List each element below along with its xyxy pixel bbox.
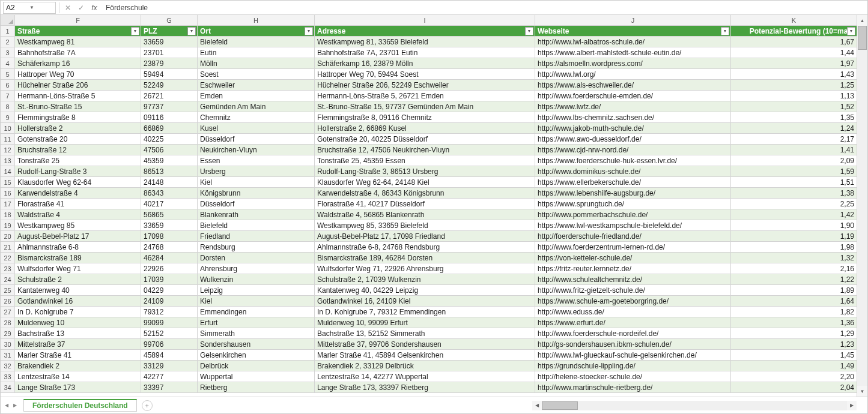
cell-bewertung[interactable]: 2,16 [731,263,857,274]
cell-adresse[interactable]: Hollerstraße 2, 66869 Kusel [315,123,535,134]
cell-bewertung[interactable]: 1,90 [731,220,857,231]
cell-bewertung[interactable]: 1,25 [731,80,857,91]
cell-bewertung[interactable]: 1,23 [731,339,857,350]
cell-strasse[interactable]: Lentzestraße 14 [15,371,141,382]
cell-bewertung[interactable]: 1,19 [731,231,857,242]
cell-strasse[interactable]: Brakendiek 2 [15,361,141,371]
filter-dropdown-icon[interactable]: ▼ [131,27,139,35]
row-header[interactable]: 24 [1,274,15,285]
cell-strasse[interactable]: In D. Kohlgrube 7 [15,307,141,317]
row-header[interactable]: 9 [1,112,15,123]
row-header[interactable]: 18 [1,209,15,220]
cell-adresse[interactable]: In D. Kohlgrube 7, 79312 Emmendingen [315,307,535,317]
cell-strasse[interactable]: Marler Straße 41 [15,350,141,361]
row-header[interactable]: 5 [1,69,15,80]
cell-webseite[interactable]: https://www.albert-mahlstedt-schule-euti… [535,47,731,58]
row-header[interactable]: 19 [1,220,15,231]
cell-webseite[interactable]: http://www.pommerbachschule.de/ [535,209,731,220]
cell-bewertung[interactable]: 1,32 [731,253,857,263]
cell-adresse[interactable]: Flemmingstraße 8, 09116 Chemnitz [315,112,535,123]
select-all-corner[interactable] [1,15,15,26]
row-header[interactable]: 11 [1,134,15,145]
row-header[interactable]: 23 [1,263,15,274]
cell-adresse[interactable]: Karwendelstraße 4, 86343 Königsbrunn [315,188,535,199]
cell-plz[interactable]: 22926 [141,263,198,274]
cell-bewertung[interactable]: 1,43 [731,69,857,80]
cell-bewertung[interactable]: 1,67 [731,37,857,47]
cell-plz[interactable]: 17098 [141,231,198,242]
table-header-bewertung[interactable]: Potenzial-Bewertung (10=max)▼ [731,26,857,37]
row-header[interactable]: 8 [1,101,15,112]
cell-strasse[interactable]: Bahnhofstraße 7A [15,47,141,58]
cell-bewertung[interactable]: 2,09 [731,155,857,166]
cell-ort[interactable]: Dorsten [198,253,315,263]
cell-adresse[interactable]: Gotlandwinkel 16, 24109 Kiel [315,296,535,307]
cell-bewertung[interactable]: 2,17 [731,134,857,145]
cell-plz[interactable]: 26721 [141,91,198,101]
row-header[interactable]: 29 [1,328,15,339]
cell-plz[interactable]: 99099 [141,317,198,328]
row-header[interactable]: 34 [1,382,15,393]
cell-webseite[interactable]: https://www.awo-duesseldorf.de/ [535,134,731,145]
sheet-tab[interactable]: Förderschulen Deutschland [23,399,137,412]
cell-ort[interactable]: Emmendingen [198,307,315,317]
row-header[interactable]: 31 [1,350,15,361]
cell-ort[interactable]: Simmerath [198,328,315,339]
cell-strasse[interactable]: Flemmingstraße 8 [15,112,141,123]
cell-plz[interactable]: 40217 [141,199,198,209]
cell-ort[interactable]: Friedland [198,231,315,242]
row-header[interactable]: 4 [1,58,15,69]
scroll-right-icon[interactable]: ▶ [847,401,857,410]
cell-plz[interactable]: 86343 [141,188,198,199]
cell-strasse[interactable]: Lange Straße 173 [15,382,141,393]
cell-adresse[interactable]: Florastraße 41, 40217 Düsseldorf [315,199,535,209]
cell-plz[interactable]: 33659 [141,220,198,231]
cell-strasse[interactable]: Hollerstraße 2 [15,123,141,134]
cell-webseite[interactable]: https://www.lwfz.de/ [535,101,731,112]
cell-ort[interactable]: Eutin [198,47,315,58]
cell-plz[interactable]: 45894 [141,350,198,361]
cell-bewertung[interactable]: 2,04 [731,382,857,393]
cell-bewertung[interactable]: 1,89 [731,285,857,296]
row-header[interactable]: 30 [1,339,15,350]
cell-bewertung[interactable]: 1,24 [731,123,857,134]
cell-webseite[interactable]: http://www.schulealtchemnitz.de/ [535,274,731,285]
cell-ort[interactable]: Ursberg [198,166,315,177]
scroll-left-icon[interactable]: ◀ [532,401,542,410]
cell-webseite[interactable]: http://www.dominikus-schule.de/ [535,166,731,177]
cell-strasse[interactable]: August-Bebel-Platz 17 [15,231,141,242]
scroll-down-icon[interactable]: ▼ [857,386,867,397]
cell-adresse[interactable]: Brakendiek 2, 33129 Delbrück [315,361,535,371]
fx-icon[interactable]: fx [88,2,101,14]
cell-strasse[interactable]: Hüchelner Straße 206 [15,80,141,91]
row-header[interactable]: 12 [1,145,15,155]
tab-nav-prev-icon[interactable]: ◀ [3,401,10,410]
cell-strasse[interactable]: Muldenweg 10 [15,317,141,328]
filter-dropdown-icon[interactable]: ▼ [187,27,196,35]
cell-webseite[interactable]: http://gs-sondershausen.ibkm-schulen.de/ [535,339,731,350]
cell-strasse[interactable]: Gotlandwinkel 16 [15,296,141,307]
cell-ort[interactable]: Düsseldorf [198,199,315,209]
cell-bewertung[interactable]: 2,25 [731,199,857,209]
cell-webseite[interactable]: https://www.erfurt.de/ [535,317,731,328]
cell-adresse[interactable]: Muldenweg 10, 99099 Erfurt [315,317,535,328]
cell-bewertung[interactable]: 1,49 [731,361,857,371]
cell-adresse[interactable]: Mittelstraße 37, 99706 Sondershausen [315,339,535,350]
cell-ort[interactable]: Neukirchen-Vluyn [198,145,315,155]
cell-ort[interactable]: Eschweiler [198,80,315,91]
cell-webseite[interactable]: http://www.martinschule-rietberg.de/ [535,382,731,393]
cell-strasse[interactable]: Gotenstraße 20 [15,134,141,145]
cell-ort[interactable]: Kiel [198,177,315,188]
cell-webseite[interactable]: http://foerderschule-friedland.de/ [535,231,731,242]
row-header[interactable]: 27 [1,307,15,317]
row-header[interactable]: 3 [1,47,15,58]
cell-strasse[interactable]: Rudolf-Lang-Straße 3 [15,166,141,177]
row-header[interactable]: 28 [1,317,15,328]
cell-webseite[interactable]: http://www.lbs-chemnitz.sachsen.de/ [535,112,731,123]
cell-ort[interactable]: Gemünden Am Main [198,101,315,112]
cell-bewertung[interactable]: 1,22 [731,274,857,285]
cell-adresse[interactable]: Bruchstraße 12, 47506 Neukirchen-Vluyn [315,145,535,155]
add-sheet-button[interactable]: + [142,400,153,411]
cell-plz[interactable]: 56865 [141,209,198,220]
cell-ort[interactable]: Wuppertal [198,371,315,382]
